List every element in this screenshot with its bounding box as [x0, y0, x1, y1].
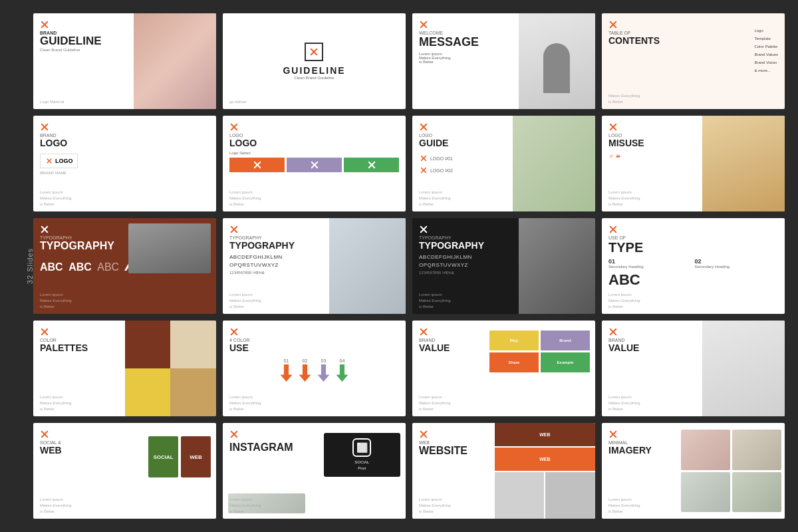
arrow-3: 03 — [318, 358, 330, 382]
slide-11-alphabet: ABCDEFGHIJKLMNOPQRSTUVWXYZ — [419, 253, 517, 269]
slide-8-pretitle: LOGO — [608, 133, 702, 138]
slide-7-logos: LOGO #01 LOGO #02 — [419, 154, 512, 175]
social-box: SOCIAL — [148, 436, 178, 477]
contents-item-2: Template — [754, 35, 778, 43]
arrow-label-4: 04 — [340, 358, 345, 363]
slide-13-title: PALETTES — [40, 342, 125, 353]
contents-item-5: Brand Vision — [754, 59, 778, 66]
slide-7-footer: Lorem ipsumMakes Everythingis Better — [419, 190, 451, 207]
value-brand: Brand — [541, 331, 590, 350]
logo-x-2 — [310, 160, 319, 170]
arrow-label-3: 03 — [321, 358, 327, 363]
slide-18[interactable]: INSTAGRAM ⬜ SOCIALPost Lorem ipsumMakes … — [223, 423, 406, 519]
slide-1-footer: Logo Material — [40, 99, 64, 105]
slide-10-laptop-image — [329, 218, 406, 314]
slide-14[interactable]: 4 COLOR USE 01 02 03 04 Lorem ipsumMakes… — [223, 321, 406, 416]
slide-20[interactable]: MINIMAL IMAGERY Lorem ipsumMakes Everyth… — [602, 423, 785, 519]
h1-label: Secondary Heading — [608, 265, 692, 269]
swatch-beige — [170, 321, 216, 368]
slide-18-mockup: ⬜ SOCIALPost — [324, 433, 401, 477]
slide-12-abc: ABC — [608, 271, 778, 289]
x-logo-icon-3 — [419, 20, 428, 29]
imagery-3 — [681, 472, 730, 513]
arrow-2: 02 — [299, 358, 311, 382]
arrow-label-1: 01 — [284, 358, 289, 363]
slide-3-welcome: WELCOME — [419, 31, 517, 35]
slide-12-title: TYPE — [608, 240, 778, 255]
slide-2-title: GUIDELINE — [283, 65, 345, 76]
slide-10[interactable]: TYPOGRAPHY TYPOGRAPHY ABCDEFGHIJKLMNOPQR… — [223, 218, 406, 314]
x-logo-icon-11 — [419, 225, 428, 234]
slide-19[interactable]: WEB WEBSITE WEB WEB Lorem ipsumMakes Eve… — [412, 423, 595, 519]
slide-12[interactable]: USE OF TYPE 01 Secondary Heading 02 Seco… — [602, 218, 785, 314]
logo-v2-label: LOGO #02 — [430, 168, 453, 173]
slide-15-footer: Lorem ipsumMakes Everythingis Better — [419, 394, 451, 412]
slide-13-swatches — [125, 321, 217, 416]
slide-8[interactable]: LOGO MISUSE ✕ ✕ Lorem ipsumMakes Everyth… — [602, 116, 785, 211]
x-logo-icon-10 — [229, 225, 239, 234]
slide-5-pretitle: BRAND — [40, 133, 209, 138]
slide-11[interactable]: TYPOGRAPHY TYPOGRAPHY ABCDEFGHIJKLMNOPQR… — [412, 218, 595, 314]
slide-7-title: GUIDE — [419, 138, 512, 148]
social-label: SOCIAL — [153, 454, 173, 460]
instagram-icon: ⬜ — [352, 438, 371, 457]
slide-6-logo-select: Logo Select — [229, 151, 399, 155]
slide-11-title: TYPOGRAPHY — [419, 240, 517, 251]
slide-3[interactable]: WELCOME MESSAGE Lorem ipsumMakes Everyth… — [412, 13, 595, 109]
slide-10-numbers: 1234567890 !#$%& — [229, 271, 328, 275]
logo-v2-icon — [420, 166, 427, 174]
slide-12-footer: Lorem ipsumMakes Everythingis Better — [608, 292, 640, 310]
slide-14-arrows: 01 02 03 04 — [229, 358, 399, 382]
slide-7-plant-image — [513, 116, 595, 211]
slide-3-title: MESSAGE — [419, 35, 517, 49]
slide-17[interactable]: SOCIAL & WEB SOCIAL WEB Lorem ipsumMakes… — [33, 423, 216, 519]
slide-5[interactable]: BRAND LOGO LOGO BRAND NAME Lorem ipsumMa… — [33, 116, 216, 211]
slide-1[interactable]: BRAND GUIDELINE Clean Brand Guideline Lo… — [33, 13, 216, 109]
slide-4-title: CONTENTS — [608, 35, 778, 46]
slide-2[interactable]: GUIDELINE Clean Brand Guideline go.deliv… — [223, 13, 406, 109]
slide-16-footer: Lorem ipsumMakes Everythingis Better — [608, 394, 640, 412]
logo-display-1: LOGO — [40, 154, 78, 168]
contents-item-1: Logo — [754, 27, 778, 35]
slide-9-footer: Lorem ipsumMakes Everythingis Better — [40, 292, 72, 310]
slide-11-footer: Lorem ipsumMakes Everythingis Better — [419, 292, 451, 310]
web-thumb-1 — [495, 472, 545, 519]
slide-18-footer: Lorem ipsumMakes Everythingis Better — [229, 497, 261, 515]
slide-7-pretitle: LOGO — [419, 133, 512, 138]
web-banner-2: WEB — [495, 448, 595, 471]
slide-10-footer: Lorem ipsumMakes Everythingis Better — [229, 292, 261, 310]
x-logo-icon-17 — [40, 430, 49, 439]
logo-green — [344, 158, 399, 172]
instagram-label: SOCIALPost — [354, 460, 369, 471]
slide-8-title: MISUSE — [608, 138, 702, 148]
slide-6-footer: Lorem ipsumMakes Everythingis Better — [229, 190, 261, 207]
arrow-4: 04 — [336, 358, 348, 382]
slide-9[interactable]: TYPOGRAPHY TYPOGRAPHY ABC ABC ABC ABC Lo… — [33, 218, 216, 314]
x-logo-icon — [40, 20, 49, 29]
slide-8-misuse-examples: ✕ ✕ — [608, 154, 702, 160]
x-logo-icon-18 — [229, 430, 239, 439]
person-silhouette — [543, 43, 570, 93]
slide-13[interactable]: COLOR PALETTES Lorem ipsumMakes Everythi… — [33, 321, 216, 416]
logo-text: LOGO — [55, 158, 73, 164]
slide-4-contents-list: Logo Template Color Palette Brand Values… — [754, 27, 778, 74]
heading-2: 02 Secondary Heading — [695, 258, 779, 269]
heading-1: 01 Secondary Heading — [608, 258, 692, 269]
slide-16[interactable]: BRAND VALUE Lorem ipsumMakes Everythingi… — [602, 321, 785, 416]
slide-6[interactable]: LOGO LOGO Logo Select Lorem ipsumMakes E… — [223, 116, 406, 211]
abc-regular: ABC — [68, 261, 92, 273]
x-logo-icon-9 — [40, 225, 49, 234]
slide-15[interactable]: BRAND VALUE Play Brand Share Example Lor… — [412, 321, 595, 416]
slide-12-headings: 01 Secondary Heading 02 Secondary Headin… — [608, 258, 778, 269]
x-logo-small — [46, 158, 53, 164]
slide-10-pretitle: TYPOGRAPHY — [229, 235, 328, 240]
slide-11-numbers: 1234567890 !#$%& — [419, 271, 517, 275]
arrow-shape-4 — [336, 364, 348, 382]
slide-4[interactable]: TABLE OF CONTENTS Logo Template Color Pa… — [602, 13, 785, 109]
slide-3-footer-text: Lorem ipsumMakes Everythingis Better — [419, 52, 517, 64]
slide-2-footer: go.deliver — [229, 99, 247, 105]
slide-13-pretitle: COLOR — [40, 338, 125, 342]
slide-4-table-of: TABLE OF — [608, 31, 778, 35]
slide-7[interactable]: LOGO GUIDE LOGO #01 LOGO #02 Lorem ipsum… — [412, 116, 595, 211]
slide-19-footer: Lorem ipsumMakes Everythingis Better — [419, 497, 451, 515]
